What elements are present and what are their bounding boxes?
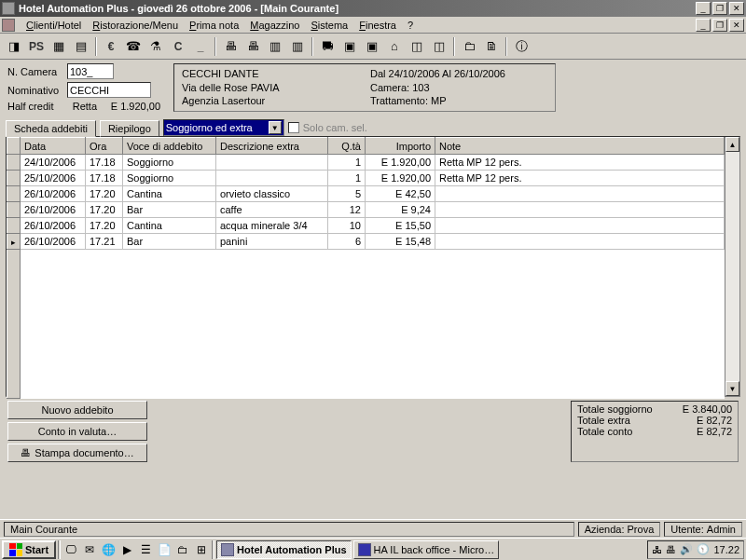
cell-importo[interactable]: E 1.920,00 — [366, 155, 435, 171]
cell-ora[interactable]: 17.20 — [86, 218, 123, 234]
cell-data[interactable]: 25/10/2006 — [21, 171, 86, 186]
col-data[interactable]: Data — [21, 138, 86, 155]
cell-note[interactable] — [435, 202, 725, 218]
col-note[interactable]: Note — [435, 138, 725, 155]
cell-voce[interactable]: Soggiorno — [123, 171, 216, 186]
mdi-minimize-button[interactable]: _ — [696, 19, 711, 32]
toolbar-btn-print1[interactable]: 🖶 — [220, 36, 241, 57]
quicklaunch-8[interactable]: ⊞ — [193, 541, 210, 558]
cell-ora[interactable]: 17.20 — [86, 202, 123, 218]
toolbar-btn-box1[interactable]: ▣ — [339, 36, 360, 57]
cell-ora[interactable]: 17.20 — [86, 186, 123, 202]
nuovo-addebito-button[interactable]: Nuovo addebito — [7, 401, 147, 419]
col-voce[interactable]: Voce di addebito — [123, 138, 216, 155]
toolbar-btn-3[interactable]: ▦ — [48, 36, 69, 57]
cell-ora[interactable]: 17.18 — [86, 171, 123, 186]
toolbar-btn-help[interactable]: ⓘ — [511, 36, 532, 57]
conto-valuta-button[interactable]: Conto in valuta… — [7, 422, 147, 441]
toolbar-btn-doc2[interactable]: ▥ — [287, 36, 308, 57]
cell-descr[interactable] — [216, 171, 328, 186]
toolbar-btn-folder[interactable]: 🗀 — [459, 36, 479, 57]
cell-data[interactable]: 26/10/2006 — [21, 218, 86, 234]
menu-sistema[interactable]: Sistema — [305, 19, 353, 32]
cell-data[interactable]: 26/10/2006 — [21, 234, 86, 250]
col-qta[interactable]: Q.tà — [328, 138, 366, 155]
tab-riepilogo[interactable]: Riepilogo — [100, 120, 159, 137]
cell-qta[interactable]: 5 — [328, 186, 366, 202]
col-importo[interactable]: Importo — [366, 138, 435, 155]
toolbar-btn-euro[interactable]: € — [101, 36, 121, 57]
mdi-child-icon[interactable] — [2, 19, 15, 32]
toolbar-btn-win2[interactable]: ◫ — [429, 36, 449, 57]
cell-data[interactable]: 26/10/2006 — [21, 186, 86, 202]
taskbar-item-word[interactable]: HA IL back office - Micro… — [353, 540, 500, 559]
nominativo-input[interactable] — [67, 82, 151, 98]
table-row[interactable]: 26/10/200617.20Cantinaacqua minerale 3/4… — [7, 218, 725, 234]
cell-qta[interactable]: 10 — [328, 218, 366, 234]
toolbar-btn-underscore[interactable]: _ — [190, 36, 211, 57]
cell-note[interactable]: Retta MP 12 pers. — [435, 171, 725, 186]
start-button[interactable]: Start — [2, 540, 56, 559]
menu-magazzino[interactable]: Magazzino — [244, 19, 305, 32]
toolbar-btn-c[interactable]: C — [168, 36, 188, 57]
table-row[interactable]: 26/10/200617.20Barcaffe12E 9,24 — [7, 202, 725, 218]
quicklaunch-2[interactable]: ✉ — [81, 541, 98, 558]
quicklaunch-5[interactable]: ☰ — [137, 541, 154, 558]
tray-icon-4[interactable]: 🕥 — [697, 543, 710, 555]
menu-prima-nota[interactable]: Prima nota — [184, 19, 244, 32]
filter-combo[interactable]: Soggiorno ed extra ▼ — [163, 119, 284, 136]
toolbar-btn-house[interactable]: ⌂ — [384, 36, 405, 57]
cell-note[interactable]: Retta MP 12 pers. — [435, 155, 725, 171]
vertical-scrollbar[interactable]: ▲ ▼ — [725, 137, 739, 396]
cell-voce[interactable]: Cantina — [123, 186, 216, 202]
toolbar-btn-1[interactable]: ◨ — [4, 36, 24, 57]
cell-importo[interactable]: E 9,24 — [366, 202, 435, 218]
system-tray[interactable]: 🖧 🖶 🔊 🕥 17.22 — [647, 540, 744, 559]
cell-descr[interactable]: caffe — [216, 202, 328, 218]
toolbar-btn-note[interactable]: 🗎 — [481, 36, 502, 57]
col-ora[interactable]: Ora — [86, 138, 123, 155]
cell-ora[interactable]: 17.21 — [86, 234, 123, 250]
cell-qta[interactable]: 6 — [328, 234, 366, 250]
stampa-documento-button[interactable]: 🖶Stampa documento… — [7, 444, 147, 462]
toolbar-btn-7[interactable]: ⚗ — [145, 36, 166, 57]
toolbar-btn-truck[interactable]: ⛟ — [317, 36, 338, 57]
cell-qta[interactable]: 1 — [328, 171, 366, 186]
table-row[interactable]: 26/10/200617.21Barpanini6E 15,48 — [7, 234, 725, 250]
cell-descr[interactable]: orvieto classico — [216, 186, 328, 202]
cell-qta[interactable]: 12 — [328, 202, 366, 218]
cell-descr[interactable] — [216, 155, 328, 171]
col-descr[interactable]: Descrizione extra — [216, 138, 328, 155]
menu-finestra[interactable]: Finestra — [353, 19, 402, 32]
minimize-button[interactable]: _ — [696, 2, 711, 15]
cell-importo[interactable]: E 1.920,00 — [366, 171, 435, 186]
cell-descr[interactable]: acqua minerale 3/4 — [216, 218, 328, 234]
scroll-down-button[interactable]: ▼ — [725, 381, 739, 396]
solo-cam-checkbox[interactable] — [288, 122, 299, 133]
cell-note[interactable] — [435, 234, 725, 250]
menu-ristorazione[interactable]: Ristorazione/Menu — [87, 19, 184, 32]
scroll-track[interactable] — [725, 152, 739, 381]
cell-qta[interactable]: 1 — [328, 155, 366, 171]
menu-help[interactable]: ? — [402, 19, 419, 32]
quicklaunch-6[interactable]: 📄 — [156, 541, 173, 558]
quicklaunch-7[interactable]: 🗀 — [174, 541, 191, 558]
toolbar-btn-print2[interactable]: 🖶 — [242, 36, 263, 57]
tab-scheda-addebiti[interactable]: Scheda addebiti — [6, 120, 96, 137]
cell-voce[interactable]: Bar — [123, 234, 216, 250]
cell-importo[interactable]: E 42,50 — [366, 186, 435, 202]
toolbar-btn-win[interactable]: ◫ — [407, 36, 427, 57]
cell-voce[interactable]: Soggiorno — [123, 155, 216, 171]
table-row[interactable]: 24/10/200617.18Soggiorno1E 1.920,00Retta… — [7, 155, 725, 171]
tray-icon-3[interactable]: 🔊 — [680, 543, 693, 555]
chevron-down-icon[interactable]: ▼ — [269, 121, 282, 134]
table-row[interactable]: 26/10/200617.20Cantinaorvieto classico5E… — [7, 186, 725, 202]
toolbar-btn-ps[interactable]: PS — [26, 36, 47, 57]
cell-descr[interactable]: panini — [216, 234, 328, 250]
cell-data[interactable]: 26/10/2006 — [21, 202, 86, 218]
mdi-restore-button[interactable]: ❐ — [712, 19, 727, 32]
mdi-close-button[interactable]: ✕ — [729, 19, 744, 32]
quicklaunch-3[interactable]: 🌐 — [100, 541, 117, 558]
cell-voce[interactable]: Cantina — [123, 218, 216, 234]
toolbar-btn-4[interactable]: ▤ — [71, 36, 91, 57]
